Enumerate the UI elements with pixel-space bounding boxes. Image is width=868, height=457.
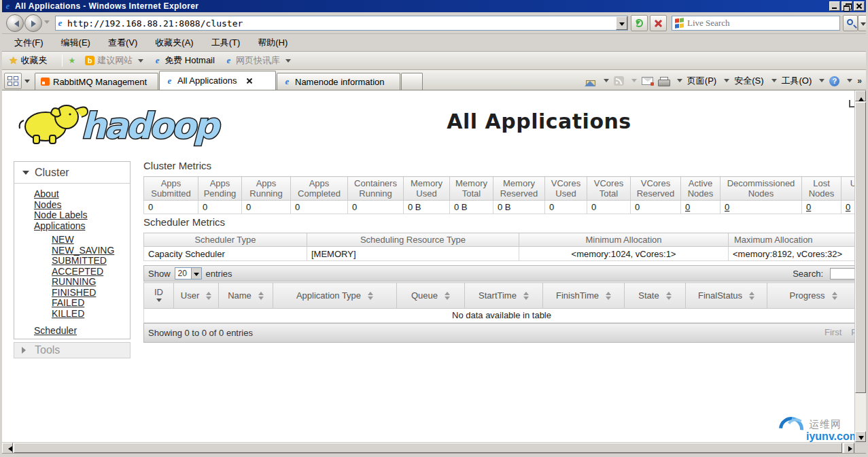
sort-header-id[interactable]: ID: [144, 283, 174, 309]
sidebar-tools-box[interactable]: Tools: [14, 342, 131, 358]
sort-header-queue[interactable]: Queue: [397, 283, 465, 309]
sidebar-link-node-labels[interactable]: Node Labels: [14, 210, 130, 221]
suggested-sites-button[interactable]: 建议网站: [85, 54, 143, 67]
window-controls: [828, 1, 865, 11]
entries-label: entries: [206, 269, 232, 279]
close-button[interactable]: [854, 1, 865, 11]
scroll-down-button[interactable]: [855, 431, 866, 442]
col-label: ID: [154, 287, 163, 297]
watermark-text-en: iyunv.com: [806, 430, 854, 442]
print-icon[interactable]: [658, 77, 670, 86]
lost-nodes-link[interactable]: 0: [806, 202, 811, 212]
sidebar-link-running[interactable]: RUNNING: [14, 277, 130, 288]
sidebar-link-new-saving[interactable]: NEW_SAVING: [14, 246, 130, 256]
menu-favorites[interactable]: 收藏夹(A): [155, 37, 193, 49]
live-search-input[interactable]: [687, 18, 839, 29]
page-size-value: 20: [175, 268, 191, 279]
main-content: Cluster Metrics Apps Submitted Apps Pend…: [143, 160, 854, 364]
active-nodes-link[interactable]: 0: [685, 202, 690, 212]
sort-header-finalstatus[interactable]: FinalStatus: [686, 283, 767, 309]
col-label: Queue: [411, 290, 438, 301]
tools-menu[interactable]: 工具(O): [782, 75, 812, 87]
url-input[interactable]: [65, 18, 616, 29]
quick-tabs-button[interactable]: [4, 73, 22, 89]
sort-header-state[interactable]: State: [625, 283, 686, 309]
scheduler-type: Capacity Scheduler: [144, 247, 307, 261]
sidebar-link-new[interactable]: NEW: [14, 235, 130, 246]
back-button[interactable]: [6, 14, 24, 32]
address-dropdown-button[interactable]: [616, 16, 627, 30]
tab-rabbitmq[interactable]: RabbitMQ Management: [35, 73, 158, 90]
overflow-chevron-icon[interactable]: [857, 76, 862, 86]
sort-header-finishtime[interactable]: FinishTime: [543, 283, 625, 309]
menu-tools[interactable]: 工具(T): [211, 37, 241, 49]
sidebar-link-nodes[interactable]: Nodes: [14, 200, 130, 211]
page-menu[interactable]: 页面(P): [687, 75, 716, 87]
menu-view[interactable]: 查看(V): [108, 37, 137, 49]
mail-icon[interactable]: [642, 77, 653, 85]
tab-namenode[interactable]: Namenode information: [277, 73, 400, 90]
sidebar-link-submitted[interactable]: SUBMITTED: [14, 256, 130, 267]
sidebar-link-finished[interactable]: FINISHED: [14, 288, 130, 299]
add-favorites-button[interactable]: [68, 56, 75, 65]
vertical-scrollbar[interactable]: [854, 90, 866, 442]
sidebar-link-accepted[interactable]: ACCEPTED: [14, 267, 130, 277]
hotmail-button[interactable]: 免费 Hotmail: [153, 54, 215, 67]
scroll-right-button[interactable]: [844, 443, 854, 454]
new-tab-stub[interactable]: [401, 73, 423, 90]
safety-menu[interactable]: 安全(S): [734, 75, 763, 87]
live-search-box: [672, 16, 840, 31]
ie-icon: [153, 55, 162, 66]
help-icon[interactable]: [829, 76, 839, 86]
sort-header-progress[interactable]: Progress: [767, 283, 855, 309]
horizontal-scroll-thumb[interactable]: [14, 443, 842, 453]
window-title: All Applications - Windows Internet Expl…: [15, 1, 198, 11]
sort-header-name[interactable]: Name: [219, 283, 273, 309]
search-button[interactable]: [843, 15, 858, 31]
sidebar-link-killed[interactable]: KILLED: [14, 309, 130, 320]
restore-button[interactable]: [841, 1, 852, 11]
chevron-down-icon[interactable]: [604, 79, 609, 85]
horizontal-scrollbar[interactable]: [2, 442, 854, 453]
decommissioned-nodes-link[interactable]: 0: [725, 202, 729, 212]
pagination-first[interactable]: First: [824, 327, 841, 337]
history-dropdown-icon[interactable]: [44, 20, 50, 27]
col-header: Scheduler Type: [144, 233, 307, 247]
home-icon[interactable]: [585, 76, 596, 86]
sort-header-application-type[interactable]: Application Type: [273, 283, 397, 309]
sidebar-link-applications[interactable]: Applications: [14, 221, 130, 232]
sidebar-link-about[interactable]: About: [14, 189, 130, 200]
minimize-button[interactable]: [829, 1, 840, 11]
pagination: First Prev: [824, 327, 854, 337]
rss-feed-icon[interactable]: [614, 76, 624, 86]
vertical-scroll-thumb[interactable]: [855, 102, 866, 393]
search-dropdown-button[interactable]: [858, 15, 867, 31]
favorites-button[interactable]: 收藏夹: [9, 54, 47, 67]
refresh-button[interactable]: [631, 15, 648, 31]
tab-list-dropdown[interactable]: [22, 73, 32, 89]
tab-all-applications[interactable]: All Applications: [159, 71, 276, 90]
sort-header-starttime[interactable]: StartTime: [465, 283, 543, 309]
menu-help[interactable]: 帮助(H): [258, 37, 288, 49]
col-label: StartTime: [479, 290, 517, 301]
page-size-select[interactable]: 20: [175, 267, 202, 280]
sort-icon: [606, 289, 611, 303]
sidebar-link-failed[interactable]: FAILED: [14, 298, 130, 309]
sidebar-link-scheduler[interactable]: Scheduler: [14, 326, 130, 337]
scroll-up-button[interactable]: [855, 90, 866, 101]
scroll-left-button[interactable]: [2, 443, 13, 454]
favorites-label: 收藏夹: [20, 54, 47, 67]
menu-edit[interactable]: 编辑(E): [61, 37, 90, 49]
table-search-input[interactable]: [830, 268, 854, 280]
sidebar-cluster-header[interactable]: Cluster: [14, 162, 130, 184]
forward-button[interactable]: [24, 14, 42, 32]
scrollbar-corner: [854, 442, 866, 453]
stop-button[interactable]: [650, 15, 667, 31]
unhealthy-nodes-link[interactable]: 0: [846, 202, 850, 212]
sort-header-user[interactable]: User: [174, 283, 219, 309]
col-header: Scheduling Resource Type: [307, 233, 519, 247]
chevron-down-icon[interactable]: [677, 79, 682, 85]
tab-close-icon[interactable]: [245, 77, 254, 85]
menu-file[interactable]: 文件(F): [14, 37, 44, 49]
webslice-button[interactable]: 网页快讯库: [224, 54, 291, 67]
